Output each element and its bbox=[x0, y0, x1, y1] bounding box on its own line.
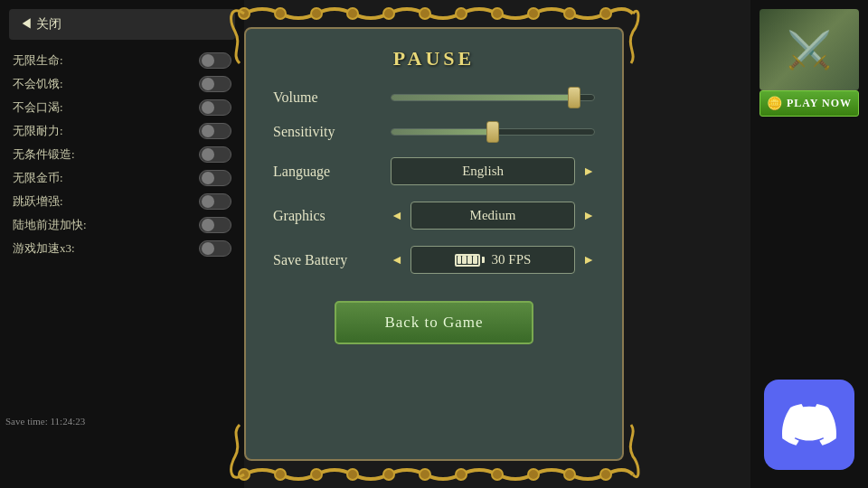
battery-cell-2 bbox=[462, 256, 467, 264]
save-battery-control: ◄ 30 FPS ► bbox=[391, 246, 595, 274]
cheat-label-8: 游戏加速x3: bbox=[13, 240, 75, 257]
cheat-item-3: 无限耐力: bbox=[9, 119, 235, 143]
cheat-label-7: 陆地前进加快: bbox=[13, 217, 87, 233]
cheat-label-3: 无限耐力: bbox=[13, 123, 63, 139]
graphics-next-arrow[interactable]: ► bbox=[582, 209, 595, 223]
cheat-item-6: 跳跃增强: bbox=[9, 190, 235, 213]
cheat-list: 无限生命: 不会饥饿: 不会口渴: 无限耐力: 无条件锻造: 无限金币: 跳跃增… bbox=[9, 49, 235, 260]
language-row: Language English ► bbox=[273, 157, 595, 185]
toggle-3[interactable] bbox=[199, 123, 231, 139]
svg-point-3 bbox=[347, 8, 358, 19]
toggle-4[interactable] bbox=[199, 146, 231, 163]
save-battery-row: Save Battery ◄ 30 FPS ► bbox=[273, 246, 595, 274]
left-sidebar: ◀ 关闭 无限生命: 不会饥饿: 不会口渴: 无限耐力: 无条件锻造: 无限金币… bbox=[0, 0, 244, 488]
battery-next-arrow[interactable]: ► bbox=[582, 253, 595, 267]
svg-point-16 bbox=[420, 469, 430, 480]
svg-point-17 bbox=[456, 469, 467, 480]
svg-point-12 bbox=[275, 469, 286, 480]
cheat-label-5: 无限金币: bbox=[13, 170, 63, 186]
right-ad-panel: ⚔️ 🪙 PLAY NOW bbox=[750, 0, 868, 488]
battery-cell-4 bbox=[473, 256, 477, 264]
svg-point-4 bbox=[383, 8, 394, 19]
svg-point-9 bbox=[564, 8, 575, 19]
sensitivity-thumb[interactable] bbox=[486, 121, 499, 143]
graphics-prev-arrow[interactable]: ◄ bbox=[391, 209, 403, 223]
svg-point-21 bbox=[600, 469, 611, 480]
pause-panel: PAUSE Volume Sensitivity La bbox=[244, 27, 624, 461]
cheat-item-1: 不会饥饿: bbox=[9, 72, 235, 96]
warrior-icon: ⚔️ bbox=[787, 29, 832, 71]
volume-label: Volume bbox=[273, 89, 391, 106]
battery-fps-label: 30 FPS bbox=[492, 252, 532, 267]
cheat-item-8: 游戏加速x3: bbox=[9, 237, 235, 260]
cheat-label-1: 不会饥饿: bbox=[13, 76, 63, 92]
volume-row: Volume bbox=[273, 89, 595, 107]
settings-container: Volume Sensitivity Language Engli bbox=[273, 89, 595, 274]
toggle-1[interactable] bbox=[199, 76, 231, 92]
toggle-2[interactable] bbox=[199, 99, 231, 116]
sensitivity-track bbox=[391, 128, 595, 136]
graphics-label: Graphics bbox=[273, 208, 391, 224]
language-control: English ► bbox=[391, 157, 595, 185]
battery-icon bbox=[455, 254, 485, 267]
battery-prev-arrow[interactable]: ◄ bbox=[391, 253, 403, 267]
battery-cell-3 bbox=[467, 256, 472, 264]
svg-point-14 bbox=[347, 469, 358, 480]
svg-point-2 bbox=[311, 8, 322, 19]
cheat-label-2: 不会口渴: bbox=[13, 99, 63, 116]
volume-fill bbox=[392, 95, 574, 100]
close-bar[interactable]: ◀ 关闭 bbox=[9, 9, 235, 40]
sensitivity-fill bbox=[392, 129, 493, 135]
cheat-item-0: 无限生命: bbox=[9, 49, 235, 72]
svg-point-20 bbox=[564, 469, 575, 480]
battery-value[interactable]: 30 FPS bbox=[410, 246, 575, 274]
cheat-label-0: 无限生命: bbox=[13, 52, 63, 69]
play-now-label: PLAY NOW bbox=[787, 97, 852, 110]
toggle-0[interactable] bbox=[199, 52, 231, 69]
language-value[interactable]: English bbox=[391, 157, 575, 185]
play-now-widget: ⚔️ 🪙 PLAY NOW bbox=[760, 9, 859, 117]
svg-point-8 bbox=[528, 8, 539, 19]
battery-body bbox=[455, 254, 480, 267]
battery-cell-1 bbox=[458, 256, 462, 264]
volume-track bbox=[391, 94, 595, 101]
coin-icon: 🪙 bbox=[767, 96, 783, 111]
svg-point-6 bbox=[456, 8, 467, 19]
cheat-item-5: 无限金币: bbox=[9, 166, 235, 190]
graphics-row: Graphics ◄ Medium ► bbox=[273, 202, 595, 230]
svg-point-19 bbox=[528, 469, 539, 480]
back-to-game-button[interactable]: Back to Game bbox=[335, 301, 533, 344]
cheat-item-4: 无条件锻造: bbox=[9, 143, 235, 166]
cheat-label-6: 跳跃增强: bbox=[13, 193, 63, 210]
language-label: Language bbox=[273, 164, 391, 180]
cheat-item-2: 不会口渴: bbox=[9, 96, 235, 119]
volume-thumb[interactable] bbox=[568, 87, 580, 108]
svg-point-7 bbox=[492, 8, 503, 19]
sensitivity-row: Sensitivity bbox=[273, 123, 595, 141]
discord-icon bbox=[782, 398, 836, 452]
language-next-arrow[interactable]: ► bbox=[582, 164, 595, 179]
discord-widget[interactable] bbox=[764, 380, 854, 470]
toggle-5[interactable] bbox=[199, 170, 231, 186]
save-battery-label: Save Battery bbox=[273, 252, 391, 268]
toggle-6[interactable] bbox=[199, 193, 231, 210]
sensitivity-label: Sensitivity bbox=[273, 124, 391, 140]
toggle-8[interactable] bbox=[199, 240, 231, 257]
cheat-label-4: 无条件锻造: bbox=[13, 146, 75, 163]
pause-title: PAUSE bbox=[393, 47, 476, 70]
svg-point-15 bbox=[383, 469, 394, 480]
graphics-control: ◄ Medium ► bbox=[391, 202, 595, 230]
battery-tip bbox=[482, 257, 485, 263]
game-thumbnail: ⚔️ bbox=[760, 9, 859, 90]
play-now-button[interactable]: 🪙 PLAY NOW bbox=[760, 90, 859, 117]
svg-point-10 bbox=[600, 8, 611, 19]
sensitivity-slider[interactable] bbox=[391, 123, 595, 141]
volume-slider[interactable] bbox=[391, 89, 595, 107]
cheat-item-7: 陆地前进加快: bbox=[9, 213, 235, 237]
svg-point-13 bbox=[311, 469, 322, 480]
graphics-value[interactable]: Medium bbox=[410, 202, 575, 230]
toggle-7[interactable] bbox=[199, 217, 231, 233]
svg-point-18 bbox=[492, 469, 503, 480]
close-label: ◀ 关闭 bbox=[20, 16, 61, 33]
save-time: Save time: 11:24:23 bbox=[5, 416, 85, 427]
